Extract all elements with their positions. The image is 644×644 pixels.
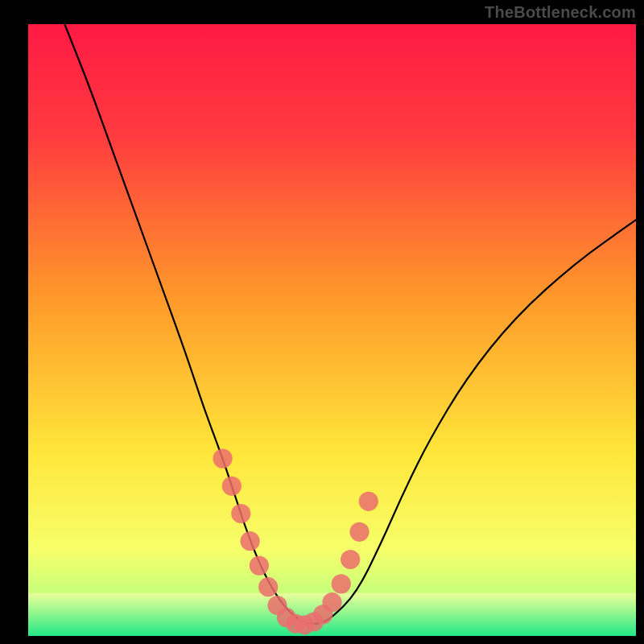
highlight-dot [213,449,233,469]
highlight-dot [359,492,378,511]
highlight-dot [332,574,351,593]
highlight-dot [322,592,341,612]
highlight-dot [258,577,278,597]
bottleneck-chart [0,0,644,644]
highlight-dot [231,504,250,523]
highlight-dot [222,477,242,496]
highlight-dot [349,522,369,542]
plot-background [28,24,636,636]
watermark-text: TheBottleneck.com [485,3,636,22]
highlight-dot [241,531,260,551]
highlight-dot [250,556,269,576]
highlight-dot [341,550,360,569]
chart-stage: TheBottleneck.com [0,0,644,644]
